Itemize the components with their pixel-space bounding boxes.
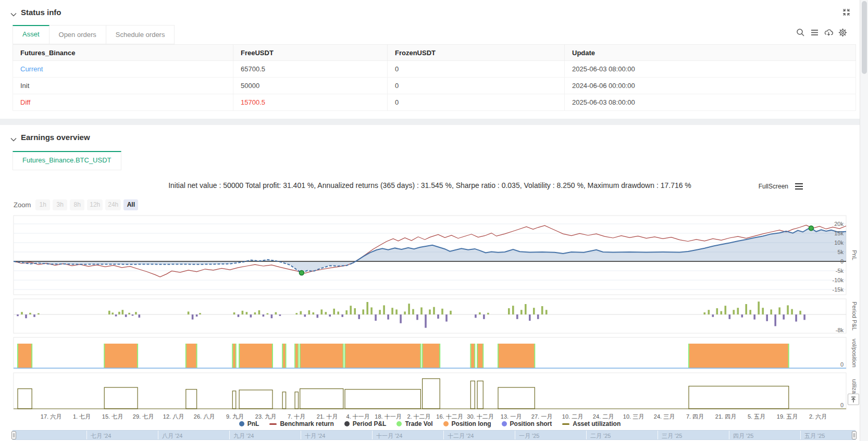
navigator-tick [372, 431, 373, 439]
navigator-left-handle[interactable] [11, 431, 16, 439]
zoom-button-24h[interactable]: 24h [105, 199, 121, 210]
legend-marker [396, 421, 402, 426]
chart-legend: PnLBenchmark returnPeriod P&LTrade VolPo… [0, 420, 860, 427]
axis-title: vol/position [851, 338, 858, 367]
x-axis-label: 7. 四月 [686, 413, 704, 421]
svg-text:-15k: -15k [833, 286, 844, 293]
navigator-tick [86, 431, 87, 439]
svg-text:20k: 20k [834, 221, 844, 227]
zoom-button-12h[interactable]: 12h [87, 199, 103, 210]
legend-item-pnl[interactable]: PnL [239, 420, 259, 427]
navigator-tick [586, 431, 587, 439]
cloud-download-icon[interactable] [824, 28, 833, 37]
current-link[interactable]: Current [13, 61, 233, 78]
navigator-tick [301, 431, 301, 439]
zoom-button-1h[interactable]: 1h [35, 199, 50, 210]
navigator-tick [729, 431, 729, 439]
earnings-chart[interactable]: 20k15k10k5k0-5k-10k-15k-8k00PnLPeriod P&… [8, 212, 860, 413]
legend-item-asset-utilization[interactable]: Asset utilization [562, 420, 621, 427]
legend-item-trade-vol[interactable]: Trade Vol [396, 420, 432, 427]
navigator-month-label: 一月 '25 [519, 432, 539, 440]
navigator-month-label: 四月 '25 [733, 432, 753, 440]
svg-text:5k: 5k [837, 249, 844, 255]
zoom-button-8h[interactable]: 8h [70, 199, 84, 210]
fullscreen-label[interactable]: FullScreen [759, 183, 788, 190]
earnings-collapse-chevron-icon[interactable] [10, 135, 17, 144]
legend-marker [239, 421, 244, 426]
svg-text:-8k: -8k [836, 327, 844, 333]
legend-marker [269, 423, 277, 425]
legend-item-period-p-l[interactable]: Period P&L [344, 420, 387, 427]
legend-label: Trade Vol [405, 420, 432, 427]
x-axis-label: 21. 四月 [715, 413, 736, 421]
navigator-tick [800, 431, 801, 439]
table-row-diff: Diff 15700.5 0 2025-06-03 08:00:00 [13, 94, 856, 111]
navigator-tick [443, 431, 444, 439]
legend-label: Benchmark return [280, 420, 333, 427]
chart-navigator[interactable]: 七月 '24八月 '24九月 '24十月 '24十一月 '24十二月 '24一月… [13, 430, 855, 440]
x-axis-label: 2. 十二月 [407, 413, 430, 421]
chart-fullscreen-control[interactable]: FullScreen [759, 182, 803, 191]
zoom-button-all[interactable]: All [123, 199, 138, 210]
svg-text:0: 0 [840, 258, 844, 264]
asset-table-header-row: Futures_Binance FreeUSDT FrozenUSDT Upda… [13, 45, 856, 61]
x-axis-label: 10. 三月 [623, 413, 644, 421]
x-axis-label: 24. 三月 [654, 413, 675, 421]
init-update-time: 2024-06-06 00:00:00 [565, 78, 856, 94]
navigator-tick [229, 431, 230, 439]
zoom-label: Zoom [14, 201, 31, 209]
x-axis-label: 19. 五月 [777, 413, 798, 421]
tab-asset[interactable]: Asset [13, 25, 49, 44]
x-axis-label: 30. 十二月 [467, 413, 493, 421]
navigator-right-handle[interactable] [852, 431, 857, 439]
x-axis-label: 13. 一月 [501, 413, 522, 421]
navigator-month-label: 十月 '24 [305, 432, 325, 440]
list-menu-icon[interactable] [810, 28, 819, 37]
zoom-button-3h[interactable]: 3h [53, 199, 67, 210]
x-axis-label: 12. 八月 [163, 413, 184, 421]
legend-label: PnL [247, 420, 259, 427]
navigator-month-label: 三月 '25 [662, 432, 682, 440]
chart-summary-stats: Initial net value : 50000 Total profit: … [8, 181, 851, 190]
x-axis-label: 17. 六月 [41, 413, 61, 421]
init-free-usdt: 50000 [233, 78, 388, 94]
table-row-current: Current 65700.5 0 2025-06-03 08:00:00 [13, 61, 856, 78]
legend-label: Position long [452, 420, 491, 427]
col-header-frozen: FrozenUSDT [388, 45, 565, 61]
x-axis-label: 2. 六月 [809, 413, 827, 421]
legend-item-position-short[interactable]: Position short [502, 420, 552, 427]
tab-futures-binance-btc-usdt[interactable]: Futures_Binance.BTC_USDT [13, 151, 121, 170]
col-header-free: FreeUSDT [233, 45, 388, 61]
gear-icon[interactable] [838, 28, 847, 37]
table-row-init: Init 50000 0 2024-06-06 00:00:00 [13, 78, 856, 94]
svg-text:-10k: -10k [833, 277, 844, 283]
x-axis-label: 23. 九月 [255, 413, 276, 421]
tab-schedule-orders[interactable]: Schedule orders [106, 25, 175, 44]
legend-marker [443, 421, 449, 426]
legend-label: Position short [510, 420, 552, 427]
diff-update-time: 2025-06-03 08:00:00 [565, 94, 856, 111]
init-frozen-usdt: 0 [388, 78, 565, 94]
trading-dashboard-page: Status info Asset Open orders Schedule o… [0, 0, 868, 441]
x-axis-label: 16. 十二月 [436, 413, 463, 421]
x-axis-label: 18. 十一月 [375, 413, 401, 421]
legend-item-position-long[interactable]: Position long [443, 420, 491, 427]
diff-free-usdt: 15700.5 [233, 94, 388, 111]
tab-open-orders[interactable]: Open orders [49, 25, 106, 44]
diff-label: Diff [13, 94, 233, 111]
status-collapse-chevron-icon[interactable] [10, 10, 17, 19]
legend-item-benchmark-return[interactable]: Benchmark return [269, 420, 333, 427]
search-icon[interactable] [796, 28, 805, 37]
chart-menu-icon[interactable] [795, 182, 803, 191]
x-axis-label: 15. 七月 [102, 413, 123, 421]
page-scrollbar[interactable] [860, 0, 868, 441]
earnings-section-title: Earnings overview [21, 133, 90, 142]
x-axis-label: 29. 七月 [133, 413, 154, 421]
navigator-month-label: 二月 '25 [590, 432, 611, 440]
navigator-tick [515, 431, 515, 439]
back-to-top-button[interactable] [848, 394, 859, 405]
collapse-fullscreen-icon[interactable] [842, 8, 850, 18]
navigator-month-label: 九月 '24 [233, 432, 254, 440]
page-scrollbar-thumb[interactable] [862, 1, 867, 74]
svg-text:15k: 15k [834, 230, 844, 236]
